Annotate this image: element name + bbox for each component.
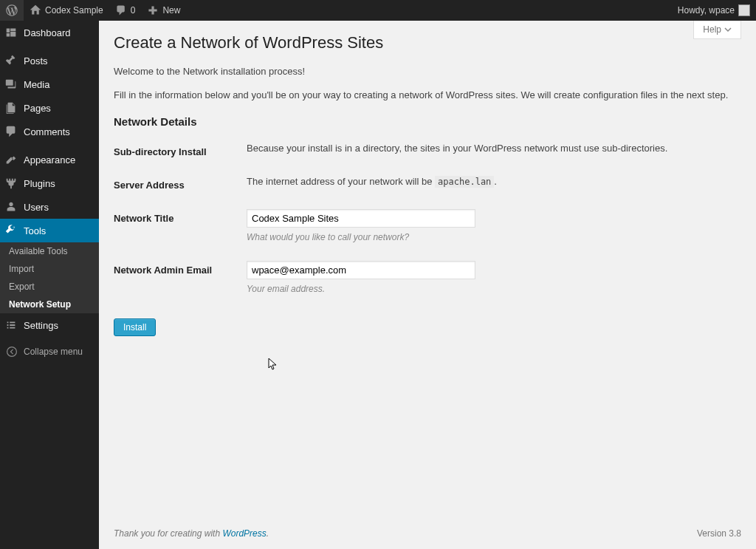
- sidebar-label: Posts: [24, 55, 48, 67]
- sidebar-label: Comments: [24, 126, 70, 137]
- footer-version: Version 3.8: [697, 528, 741, 539]
- sidebar-item-dashboard[interactable]: Dashboard: [0, 21, 99, 44]
- appearance-icon: [4, 153, 18, 166]
- comments-icon: [4, 125, 18, 138]
- sidebar-label: Pages: [24, 103, 51, 114]
- howdy-text: Howdy, wpace: [678, 5, 735, 16]
- network-title-input[interactable]: [247, 209, 475, 228]
- wp-logo-menu[interactable]: [0, 0, 24, 21]
- submenu-export[interactable]: Export: [0, 278, 99, 296]
- sidebar-label: Users: [24, 202, 49, 213]
- submenu-network-setup[interactable]: Network Setup: [0, 296, 99, 313]
- avatar-icon: [738, 4, 750, 16]
- intro-text-2: Fill in the information below and you'll…: [114, 88, 741, 103]
- section-heading: Network Details: [114, 115, 741, 128]
- sidebar-label: Appearance: [24, 154, 75, 166]
- collapse-menu-button[interactable]: Collapse menu: [0, 337, 99, 366]
- site-name-menu[interactable]: Codex Sample: [24, 0, 109, 21]
- svg-point-0: [7, 347, 17, 357]
- plugins-icon: [4, 177, 18, 190]
- row-value: Because your install is in a directory, …: [247, 135, 741, 168]
- users-icon: [4, 200, 18, 214]
- admin-toolbar: Codex Sample 0 New Howdy, wpace: [0, 0, 756, 21]
- collapse-icon: [6, 346, 18, 358]
- settings-icon: [4, 318, 18, 332]
- pages-icon: [4, 101, 18, 115]
- submenu-import[interactable]: Import: [0, 260, 99, 278]
- row-value: The internet address of your network wil…: [247, 168, 741, 202]
- sidebar-item-users[interactable]: Users: [0, 195, 99, 219]
- row-subdirectory: Sub-directory Install Because your insta…: [114, 135, 741, 168]
- dashboard-icon: [4, 26, 18, 39]
- sidebar-label: Media: [24, 79, 49, 90]
- row-server-address: Server Address The internet address of y…: [114, 168, 741, 202]
- my-account-menu[interactable]: Howdy, wpace: [672, 0, 756, 21]
- new-content-menu[interactable]: New: [141, 0, 186, 21]
- admin-footer: Thank you for creating with WordPress. V…: [114, 518, 741, 549]
- chevron-down-icon: [724, 26, 732, 33]
- server-code: apache.lan: [435, 176, 494, 188]
- sidebar-item-appearance[interactable]: Appearance: [0, 148, 99, 171]
- collapse-label: Collapse menu: [24, 347, 83, 357]
- comments-menu[interactable]: 0: [109, 0, 142, 21]
- network-details-table: Sub-directory Install Because your insta…: [114, 135, 741, 305]
- home-icon: [30, 4, 41, 16]
- sidebar-item-pages[interactable]: Pages: [0, 96, 99, 120]
- sidebar-label: Tools: [24, 225, 46, 236]
- comment-icon: [115, 4, 127, 16]
- install-button[interactable]: Install: [114, 318, 156, 336]
- row-label: Network Admin Email: [114, 253, 247, 305]
- pin-icon: [4, 54, 18, 67]
- submenu-available-tools[interactable]: Available Tools: [0, 242, 99, 260]
- sidebar-item-posts[interactable]: Posts: [0, 49, 99, 72]
- wordpress-link[interactable]: WordPress: [222, 528, 266, 539]
- row-admin-email: Network Admin Email Your email address.: [114, 253, 741, 305]
- admin-sidebar: Dashboard Posts Media Pages Comments App…: [0, 21, 99, 549]
- site-name-label: Codex Sample: [45, 5, 103, 16]
- row-label: Network Title: [114, 202, 247, 253]
- sidebar-label: Dashboard: [24, 27, 71, 38]
- sidebar-item-media[interactable]: Media: [0, 72, 99, 96]
- admin-email-input[interactable]: [247, 261, 475, 279]
- wordpress-icon: [6, 4, 18, 16]
- sidebar-item-comments[interactable]: Comments: [0, 120, 99, 143]
- comments-count: 0: [131, 5, 136, 16]
- row-label: Server Address: [114, 168, 247, 202]
- plus-icon: [147, 4, 159, 16]
- media-icon: [4, 78, 18, 91]
- sidebar-item-settings[interactable]: Settings: [0, 313, 99, 337]
- help-tab[interactable]: Help: [693, 21, 741, 39]
- sidebar-item-plugins[interactable]: Plugins: [0, 171, 99, 195]
- row-network-title: Network Title What would you like to cal…: [114, 202, 741, 253]
- footer-thanks: Thank you for creating with WordPress.: [114, 528, 269, 539]
- new-label: New: [162, 5, 180, 16]
- main-content: Help Create a Network of WordPress Sites…: [99, 21, 756, 549]
- field-description: What would you like to call your network…: [247, 232, 734, 242]
- row-label: Sub-directory Install: [114, 135, 247, 168]
- sidebar-label: Settings: [24, 320, 58, 331]
- sidebar-item-tools[interactable]: Tools: [0, 219, 99, 242]
- tools-icon: [4, 224, 18, 237]
- tools-submenu: Available Tools Import Export Network Se…: [0, 242, 99, 313]
- page-title: Create a Network of WordPress Sites: [114, 27, 741, 55]
- intro-text-1: Welcome to the Network installation proc…: [114, 64, 741, 79]
- field-description: Your email address.: [247, 284, 734, 294]
- sidebar-label: Plugins: [24, 178, 55, 189]
